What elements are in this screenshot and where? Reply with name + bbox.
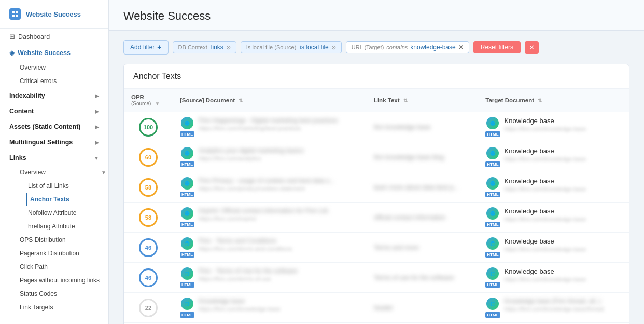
sidebar-label-website-success: Website Success (18, 49, 71, 57)
target-doc-url[interactable]: https://finn.com/knowledge-base (505, 126, 586, 132)
link-text-value: Terms of use for the software (374, 274, 454, 281)
sidebar-item-link-targets[interactable]: Link Targets (18, 301, 108, 314)
chevron-right-icon: ▶ (95, 109, 99, 114)
sidebar-item-nofollow[interactable]: Nofollow Attribute (26, 206, 108, 220)
opr-cell: 100 (124, 112, 173, 142)
sidebar-item-ops-distribution[interactable]: OPS Distribution (18, 233, 108, 247)
sort-icon[interactable]: ▼ (155, 101, 160, 106)
target-doc-url[interactable]: https://finn.com/knowledge-base (505, 246, 586, 252)
source-doc-url[interactable]: https://finn.com/privacy/cookies-stateme… (199, 185, 334, 192)
source-html-badge: HTML (180, 252, 194, 258)
sidebar-item-hreflang[interactable]: hreflang Attribute (26, 220, 108, 233)
source-html-badge: HTML (180, 131, 194, 137)
sidebar-label-overview: Overview (20, 64, 46, 71)
target-doc-cell: 🌐 HTML Knowledge base https://finn.com/k… (478, 142, 629, 172)
filter-bar: Add filter + DB Context links ⊘ Is local… (123, 40, 629, 55)
source-doc-url[interactable]: https://finn.com/knowledge-base (199, 306, 281, 312)
table-row: 58 🌐 HTML Imprint: Official contact info… (124, 203, 629, 233)
source-doc-icon: 🌐 (181, 177, 193, 190)
target-doc-icon: 🌐 (486, 267, 499, 280)
sidebar-label-nofollow: Nofollow Attribute (28, 209, 76, 217)
add-filter-button[interactable]: Add filter + (123, 40, 169, 55)
opr-value: 100 (139, 118, 158, 137)
source-doc-info: Analytics your digital marketing basics … (199, 147, 304, 161)
chip-url-close-icon[interactable]: ✕ (458, 44, 464, 51)
svg-rect-0 (12, 11, 15, 14)
sidebar-item-anchor-texts[interactable]: Anchor Texts (26, 193, 108, 206)
sidebar-item-multilingual[interactable]: Multilingual Settings ▶ (0, 134, 108, 150)
target-doc-url[interactable]: https://finn.com/knowledge-base (505, 216, 586, 222)
sidebar-sub-website-success: Overview Critical errors (0, 61, 108, 88)
filter-chip-is-local-file[interactable]: Is local file (Source) is local file ⊘ (241, 41, 342, 53)
sidebar-app-title: Website Success (26, 10, 81, 18)
target-doc-icon: 🌐 (486, 147, 499, 159)
target-doc-title: Knowledge base (505, 237, 586, 245)
target-html-badge: HTML (485, 222, 500, 227)
target-doc-url[interactable]: https://finn.com/knowledge-base (505, 156, 586, 162)
sidebar-label-links: Links (9, 154, 26, 161)
source-doc-info: Finn Privacy - usage of cookies and best… (199, 177, 334, 192)
sidebar-item-links[interactable]: Links ▼ (0, 150, 108, 166)
target-html-badge: HTML (485, 282, 500, 288)
sidebar-item-critical-errors[interactable]: Critical errors (18, 74, 108, 88)
main-area: Website Success Add filter + DB Context … (109, 0, 644, 324)
sidebar-item-pages-without-links[interactable]: Pages without incoming links (18, 274, 108, 287)
target-doc-title: Knowledge base (Finn thread, all..) (505, 298, 604, 305)
plus-icon: + (157, 43, 161, 51)
source-doc-title: Knowledge base (199, 298, 281, 305)
target-html-badge: HTML (485, 192, 500, 197)
source-doc-url[interactable]: https://finn.com/terms-and-conditions (199, 246, 292, 252)
source-doc-cell: 🌐 HTML Knowledge base https://finn.com/k… (173, 293, 367, 323)
col-opr: OPR (Source) ▼ (124, 89, 173, 112)
filter-chip-url-target[interactable]: URL (Target) contains knowledge-base ✕ (346, 41, 469, 53)
source-doc-cell: 🌐 HTML Finn Privacy - usage of cookies a… (173, 172, 367, 203)
sidebar-item-indexability[interactable]: Indexability ▶ (0, 88, 108, 103)
sidebar-item-website-success[interactable]: ◈ Website Success (0, 45, 108, 61)
reset-filters-x-button[interactable]: ✕ (525, 41, 539, 54)
sidebar-item-pagerank-distribution[interactable]: Pagerank Distribution (18, 247, 108, 260)
svg-rect-1 (16, 11, 18, 14)
table-head: OPR (Source) ▼ [Source] Document ⇅ Link … (124, 89, 629, 112)
source-doc-info: Knowledge base https://finn.com/knowledg… (199, 298, 281, 312)
link-text-value: header (374, 304, 393, 312)
target-doc-url[interactable]: https://finn.com/knowledge-base (505, 186, 586, 192)
link-text-cell: header (367, 293, 478, 323)
target-doc-title: Knowledge base (505, 117, 586, 125)
reset-filters-button[interactable]: Reset filters (473, 41, 521, 53)
source-doc-url[interactable]: https://finn.com/imprint (199, 215, 329, 222)
source-doc-info: Finn Happenings - Digital marketing best… (199, 117, 338, 131)
sidebar-header: Website Success (0, 0, 108, 29)
sort-target-icon[interactable]: ⇅ (538, 98, 542, 103)
target-doc-url[interactable]: https://finn.com/knowledge-base (505, 276, 586, 282)
sidebar-item-click-path[interactable]: Click Path (18, 260, 108, 274)
sidebar-item-content[interactable]: Content ▶ (0, 103, 108, 119)
filter-chip-db-context[interactable]: DB Context links ⊘ (173, 41, 236, 53)
sidebar-item-assets[interactable]: Assets (Static Content) ▶ (0, 119, 108, 134)
sidebar-label-indexability: Indexability (9, 92, 45, 99)
sidebar-item-links-overview[interactable]: Overview ▼ (18, 166, 108, 179)
table-row: 58 🌐 HTML Finn Privacy - usage of cookie… (124, 172, 629, 203)
col-target-doc: Target Document ⇅ (478, 89, 629, 112)
sidebar-item-status-codes[interactable]: Status Codes (18, 287, 108, 301)
table-header-row: OPR (Source) ▼ [Source] Document ⇅ Link … (124, 89, 629, 112)
target-doc-url[interactable]: https://finn.com/knowledge-base/thread (505, 306, 604, 312)
sidebar-item-overview[interactable]: Overview (18, 61, 108, 74)
source-doc-url[interactable]: https://finn.com/marketing/best-practice… (199, 125, 338, 131)
source-doc-cell: 🌐 HTML Imprint: Official contact informa… (173, 203, 367, 233)
source-doc-url[interactable]: https://finn.com/analytics (199, 155, 304, 161)
link-text-cell: learn more about data best p... (367, 172, 478, 203)
sidebar-label-pages-without-links: Pages without incoming links (20, 277, 100, 284)
source-doc-icon: 🌐 (181, 237, 193, 250)
sort-linktext-icon[interactable]: ⇅ (403, 98, 408, 103)
chip-local-file-label: Is local file (Source) (246, 44, 297, 50)
source-html-badge: HTML (180, 222, 194, 227)
source-doc-cell: 🌐 HTML Finn - Terms of Use for the softw… (173, 263, 367, 293)
sidebar-label-content: Content (9, 107, 34, 115)
target-doc-icon: 🌐 (486, 207, 499, 220)
sidebar-item-dashboard[interactable]: ⊞ Dashboard (0, 29, 108, 45)
sidebar-item-list-all-links[interactable]: List of all Links (26, 179, 108, 193)
source-doc-cell: 🌐 HTML Analytics your digital marketing … (173, 142, 367, 172)
col-target-doc-label: Target Document (485, 97, 534, 103)
source-doc-url[interactable]: https://finn.com/terms-of-use (199, 276, 298, 282)
sort-source-icon[interactable]: ⇅ (239, 98, 243, 103)
